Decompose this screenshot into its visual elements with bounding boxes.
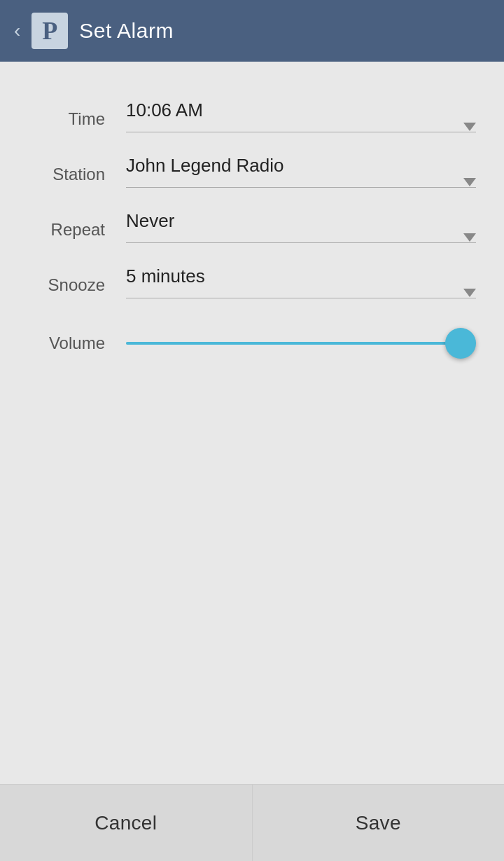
time-value: 10:06 AM [126,99,476,127]
snooze-chevron-icon [463,289,476,297]
station-chevron-icon [463,178,476,186]
time-chevron-icon [463,123,476,131]
snooze-field[interactable]: 5 minutes [126,266,476,304]
snooze-label: Snooze [28,275,126,295]
repeat-value: Never [126,210,476,237]
snooze-row[interactable]: Snooze 5 minutes [28,249,476,304]
snooze-underline [126,298,476,299]
repeat-underline [126,242,476,244]
back-icon[interactable]: ‹ [14,21,20,41]
app-logo: P [31,13,68,49]
slider-thumb[interactable] [445,328,476,359]
station-value: John Legend Radio [126,155,476,182]
station-row[interactable]: Station John Legend Radio [28,138,476,193]
station-underline [126,187,476,188]
volume-slider[interactable] [126,329,476,357]
cancel-button[interactable]: Cancel [0,785,253,861]
volume-label: Volume [28,333,126,353]
page-title: Set Alarm [79,19,174,43]
app-header: ‹ P Set Alarm [0,0,504,62]
repeat-label: Repeat [28,220,126,240]
station-field[interactable]: John Legend Radio [126,155,476,193]
main-content: Time 10:06 AM Station John Legend Radio … [0,62,504,784]
save-button[interactable]: Save [253,785,505,861]
bottom-action-bar: Cancel Save [0,784,504,861]
repeat-row[interactable]: Repeat Never [28,193,476,249]
station-label: Station [28,165,126,184]
repeat-chevron-icon [463,233,476,242]
repeat-field[interactable]: Never [126,210,476,249]
content-spacer [28,357,476,784]
time-label: Time [28,109,126,129]
snooze-value: 5 minutes [126,266,476,293]
time-row[interactable]: Time 10:06 AM [28,83,476,138]
time-field[interactable]: 10:06 AM [126,99,476,138]
time-underline [126,132,476,133]
slider-track-fill [126,342,463,345]
volume-row: Volume [28,304,476,357]
